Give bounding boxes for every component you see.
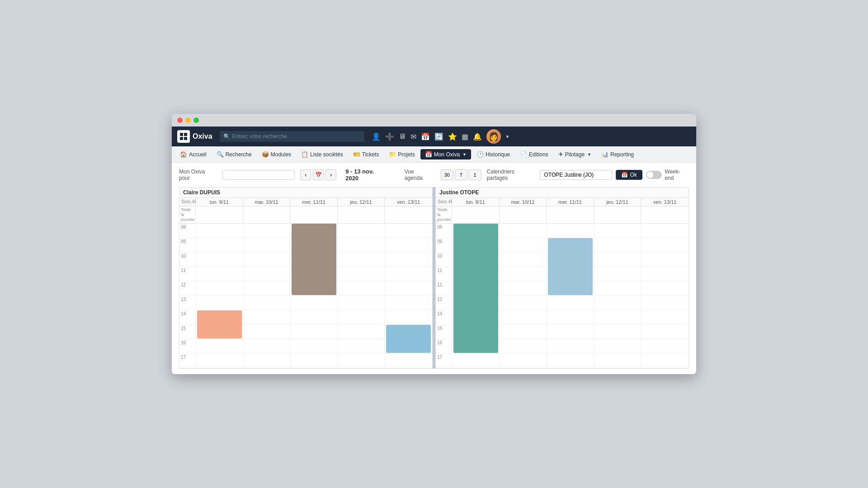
time-cell-09-1[interactable] xyxy=(196,238,243,252)
time-cell-09-2[interactable] xyxy=(243,238,291,252)
time-cell-14-5[interactable] xyxy=(641,310,689,324)
time-cell-08-5[interactable] xyxy=(641,224,689,238)
star-icon[interactable]: ⭐ xyxy=(448,132,457,141)
minimize-dot[interactable] xyxy=(185,117,191,123)
time-cell-17-5[interactable] xyxy=(385,354,432,368)
time-cell-15-2[interactable] xyxy=(243,325,291,339)
today-btn[interactable]: 📅 xyxy=(313,169,324,180)
menu-liste-societes[interactable]: 📋 Liste sociétés xyxy=(297,149,348,160)
grid-icon[interactable]: ▦ xyxy=(462,132,468,141)
vue-month-btn[interactable]: 30 xyxy=(441,169,453,180)
time-cell-13-4[interactable] xyxy=(594,296,642,310)
teal-event[interactable] xyxy=(453,224,498,353)
time-cell-16-5[interactable] xyxy=(641,339,689,353)
time-cell-11-5[interactable] xyxy=(385,267,432,281)
menu-recherche[interactable]: 🔍 Recherche xyxy=(212,149,256,160)
time-cell-17-2[interactable] xyxy=(243,354,291,368)
time-cell-12-5[interactable] xyxy=(385,282,432,296)
time-cell-10-4[interactable] xyxy=(594,253,642,267)
salmon-event[interactable] xyxy=(197,310,242,338)
add-icon[interactable]: ➕ xyxy=(385,132,394,141)
time-cell-17-2[interactable] xyxy=(500,354,547,368)
time-cell-11-2[interactable] xyxy=(243,267,291,281)
prev-date-btn[interactable]: ‹ xyxy=(300,169,311,180)
vue-week-btn[interactable]: 7 xyxy=(455,169,467,180)
time-cell-08-4[interactable] xyxy=(338,224,385,238)
gray-event[interactable] xyxy=(292,224,336,295)
time-cell-09-2[interactable] xyxy=(500,238,547,252)
time-cell-11-4[interactable] xyxy=(594,267,642,281)
time-cell-16-4[interactable] xyxy=(594,339,642,353)
time-cell-13-1[interactable] xyxy=(196,296,243,310)
time-cell-09-4[interactable] xyxy=(338,238,385,252)
light-blue-event[interactable] xyxy=(548,238,593,295)
time-cell-13-5[interactable] xyxy=(641,296,689,310)
time-cell-16-3[interactable] xyxy=(547,339,594,353)
shared-cal-input[interactable] xyxy=(540,170,612,180)
time-cell-12-5[interactable] xyxy=(641,282,689,296)
time-cell-14-4[interactable] xyxy=(594,310,642,324)
time-cell-16-3[interactable] xyxy=(290,339,338,353)
time-cell-10-5[interactable] xyxy=(641,253,689,267)
menu-tickets[interactable]: 🎫 Tickets xyxy=(349,149,384,160)
time-cell-13-2[interactable] xyxy=(500,296,547,310)
time-cell-11-5[interactable] xyxy=(641,267,689,281)
time-cell-12-2[interactable] xyxy=(500,282,547,296)
time-cell-08-3[interactable] xyxy=(547,224,594,238)
time-cell-13-3[interactable] xyxy=(547,296,594,310)
time-cell-10-5[interactable] xyxy=(385,253,432,267)
weekend-toggle-switch[interactable] xyxy=(646,171,662,179)
time-cell-15-4[interactable] xyxy=(338,325,385,339)
mail-icon[interactable]: ✉ xyxy=(410,132,416,141)
time-cell-13-4[interactable] xyxy=(338,296,385,310)
menu-mon-oxiva[interactable]: 📅 Mon Oxiva ▼ xyxy=(420,149,471,160)
time-cell-12-4[interactable] xyxy=(594,282,642,296)
time-cell-08-2[interactable] xyxy=(243,224,291,238)
profile-icon[interactable]: 👤 xyxy=(372,132,381,141)
time-cell-15-3[interactable] xyxy=(547,325,594,339)
time-cell-14-3[interactable] xyxy=(547,310,594,324)
time-cell-14-2[interactable] xyxy=(500,310,547,324)
time-cell-17-3[interactable] xyxy=(547,354,594,368)
time-cell-11-1[interactable] xyxy=(196,267,243,281)
time-cell-17-4[interactable] xyxy=(594,354,642,368)
search-input[interactable] xyxy=(220,131,364,142)
menu-pilotage[interactable]: ✈ Pilotage ▼ xyxy=(554,149,596,160)
time-cell-12-4[interactable] xyxy=(338,282,385,296)
time-cell-09-4[interactable] xyxy=(594,238,642,252)
time-cell-16-2[interactable] xyxy=(500,339,547,353)
time-cell-13-5[interactable] xyxy=(385,296,432,310)
time-cell-08-5[interactable] xyxy=(385,224,432,238)
time-cell-09-5[interactable] xyxy=(385,238,432,252)
time-cell-10-4[interactable] xyxy=(338,253,385,267)
time-cell-16-4[interactable] xyxy=(338,339,385,353)
avatar[interactable]: 👩 xyxy=(486,129,501,144)
menu-reporting[interactable]: 📊 Reporting xyxy=(597,149,638,160)
maximize-dot[interactable] xyxy=(193,117,199,123)
time-cell-11-4[interactable] xyxy=(338,267,385,281)
bell-icon[interactable]: 🔔 xyxy=(473,132,482,141)
calendar-icon[interactable]: 📅 xyxy=(421,132,430,141)
monitor-icon[interactable]: 🖥 xyxy=(399,132,406,141)
time-cell-13-2[interactable] xyxy=(243,296,291,310)
menu-modules[interactable]: 📦 Modules xyxy=(257,149,296,160)
close-dot[interactable] xyxy=(177,117,183,123)
time-cell-10-1[interactable] xyxy=(196,253,243,267)
time-cell-14-4[interactable] xyxy=(338,310,385,324)
time-cell-17-4[interactable] xyxy=(338,354,385,368)
time-cell-08-1[interactable] xyxy=(196,224,243,238)
menu-projets[interactable]: 📁 Projets xyxy=(384,149,419,160)
time-cell-17-3[interactable] xyxy=(290,354,338,368)
time-cell-17-1[interactable] xyxy=(452,354,500,368)
time-cell-16-1[interactable] xyxy=(196,339,243,353)
time-cell-10-2[interactable] xyxy=(500,253,547,267)
time-cell-17-1[interactable] xyxy=(196,354,243,368)
menu-editions[interactable]: 📄 Editions xyxy=(515,149,553,160)
time-cell-15-2[interactable] xyxy=(500,325,547,339)
time-cell-12-2[interactable] xyxy=(243,282,291,296)
time-cell-14-5[interactable] xyxy=(385,310,432,324)
time-cell-15-3[interactable] xyxy=(290,325,338,339)
time-cell-15-4[interactable] xyxy=(594,325,642,339)
time-cell-17-5[interactable] xyxy=(641,354,689,368)
vue-day-btn[interactable]: 1 xyxy=(469,169,481,180)
